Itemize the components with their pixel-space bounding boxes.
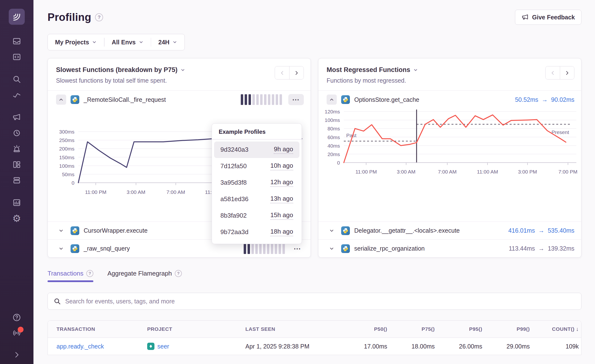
profile-bar[interactable] xyxy=(282,243,285,254)
profile-age-link[interactable]: 13h ago xyxy=(270,195,293,203)
profile-age-link[interactable]: 15h ago xyxy=(270,211,293,220)
profile-age-link[interactable]: 18h ago xyxy=(270,228,293,236)
sidebar-item-dashboards[interactable] xyxy=(12,160,21,169)
profile-id[interactable]: 7d12fa50 xyxy=(220,162,247,170)
environment-filter[interactable]: All Envs xyxy=(105,34,151,50)
sentry-logo[interactable] xyxy=(9,9,25,25)
profile-bar[interactable] xyxy=(241,94,243,105)
panel-title[interactable]: Slowest Functions (breakdown by P75) xyxy=(56,66,177,74)
profile-item[interactable]: 9b72aa3d18h ago xyxy=(214,224,299,240)
duration-after[interactable]: 90.02ms xyxy=(551,96,574,103)
duration-before[interactable]: 416.01ms xyxy=(508,227,535,234)
sidebar-item-replays[interactable] xyxy=(12,129,21,137)
expand-sidebar-button[interactable] xyxy=(12,350,21,359)
function-name[interactable]: _raw_snql_query xyxy=(84,245,130,252)
prev-page-button[interactable] xyxy=(546,66,560,79)
function-name[interactable]: serialize_rpc_organization xyxy=(354,245,425,252)
profile-bar[interactable] xyxy=(244,243,246,254)
tab-transactions[interactable]: Transactions ? xyxy=(48,270,93,282)
profile-bar[interactable] xyxy=(249,94,251,105)
tab-help-icon[interactable]: ? xyxy=(175,270,182,277)
next-page-button[interactable] xyxy=(289,66,304,79)
collapse-row-button[interactable] xyxy=(327,95,337,105)
profile-bar[interactable] xyxy=(272,94,274,105)
more-options-button[interactable]: ⋯ xyxy=(291,244,304,253)
profile-bar[interactable] xyxy=(252,94,255,105)
profile-bar[interactable] xyxy=(251,243,254,254)
duration-before[interactable]: 113.44ms xyxy=(509,245,535,252)
tab-aggregate-flamegraph[interactable]: Aggregate Flamegraph ? xyxy=(107,270,182,282)
transaction-link[interactable]: app.ready._check xyxy=(56,343,104,350)
expand-row-button[interactable] xyxy=(327,226,337,236)
more-options-button[interactable]: ⋯ xyxy=(288,94,304,105)
profile-id[interactable]: 8b3fa902 xyxy=(220,212,247,219)
sidebar-item-alerts[interactable] xyxy=(12,144,21,153)
date-range-filter[interactable]: 24H xyxy=(151,34,185,50)
profile-item[interactable]: 8b3fa90215h ago xyxy=(214,207,299,224)
profile-item[interactable]: 7d12fa5010h ago xyxy=(214,158,299,174)
profile-bar[interactable] xyxy=(245,94,247,105)
profile-bar[interactable] xyxy=(267,243,269,254)
column-header-last-seen[interactable]: LAST SEEN xyxy=(243,326,342,332)
project-filter[interactable]: My Projects xyxy=(48,34,104,50)
sidebar-item-feedback[interactable] xyxy=(12,113,21,122)
profile-id[interactable]: a581ed36 xyxy=(220,195,249,203)
profile-bar[interactable] xyxy=(264,94,266,105)
expand-row-button[interactable] xyxy=(327,244,337,254)
function-name[interactable]: Delegator.__getattr__.<locals>.execute xyxy=(354,227,460,234)
column-header-transaction[interactable]: TRANSACTION xyxy=(48,326,145,332)
sidebar-item-issues[interactable] xyxy=(12,37,21,46)
column-header-project[interactable]: PROJECT xyxy=(145,326,243,332)
profile-item[interactable]: 3a95d3f812h ago xyxy=(214,174,299,191)
project-link[interactable]: seer xyxy=(157,343,169,350)
profile-bar[interactable] xyxy=(279,243,281,254)
sidebar-item-performance[interactable] xyxy=(12,91,21,99)
expand-row-button[interactable] xyxy=(56,244,66,254)
whats-new-icon[interactable] xyxy=(12,329,21,337)
function-name[interactable]: OptionsStore.get_cache xyxy=(354,96,419,103)
sidebar-item-releases[interactable] xyxy=(12,176,21,185)
profile-bar[interactable] xyxy=(271,243,273,254)
profile-id[interactable]: 3a95d3f8 xyxy=(220,179,247,186)
regression-chart[interactable]: 020ms40ms60ms80ms100ms120msPastPresent11… xyxy=(318,109,581,206)
profile-bar[interactable] xyxy=(280,94,282,105)
expand-row-button[interactable] xyxy=(56,226,66,236)
profile-bar[interactable] xyxy=(263,243,265,254)
give-feedback-button[interactable]: Give Feedback xyxy=(515,10,581,25)
profile-bar[interactable] xyxy=(268,94,270,105)
panel-title[interactable]: Most Regressed Functions xyxy=(327,66,410,74)
page-help-icon[interactable]: ? xyxy=(95,13,103,21)
prev-page-button[interactable] xyxy=(275,66,289,79)
profile-item[interactable]: a581ed3613h ago xyxy=(214,191,299,207)
help-icon[interactable] xyxy=(12,313,21,322)
sidebar-item-stats[interactable] xyxy=(12,198,21,207)
column-header-p50[interactable]: P50() xyxy=(342,326,390,332)
profile-item[interactable]: 9d3240a39h ago xyxy=(214,142,299,158)
collapse-row-button[interactable] xyxy=(56,95,66,105)
profile-bar[interactable] xyxy=(259,243,262,254)
profile-bar[interactable] xyxy=(275,243,277,254)
profile-id[interactable]: 9d3240a3 xyxy=(220,146,249,153)
column-header-p99[interactable]: P99() xyxy=(485,326,532,332)
column-header-p75[interactable]: P75() xyxy=(390,326,437,332)
duration-after[interactable]: 139.32ms xyxy=(548,245,574,252)
profile-bar[interactable] xyxy=(255,243,258,254)
search-input[interactable] xyxy=(65,298,575,305)
function-name[interactable]: _RemoteSiloCall._fire_request xyxy=(84,96,166,103)
duration-after[interactable]: 535.40ms xyxy=(548,227,574,234)
profile-bar[interactable] xyxy=(260,94,263,105)
column-header-p95[interactable]: P95() xyxy=(437,326,485,332)
profile-id[interactable]: 9b72aa3d xyxy=(220,228,249,236)
tab-help-icon[interactable]: ? xyxy=(86,270,93,277)
profile-bar[interactable] xyxy=(276,94,278,105)
profile-age-link[interactable]: 10h ago xyxy=(270,162,293,170)
profile-bar[interactable] xyxy=(256,94,259,105)
profile-age-link[interactable]: 9h ago xyxy=(274,145,293,154)
duration-before[interactable]: 50.52ms xyxy=(515,96,538,103)
next-page-button[interactable] xyxy=(560,66,574,79)
sidebar-item-search[interactable] xyxy=(12,75,21,84)
column-header-count[interactable]: COUNT()↓ xyxy=(532,326,581,332)
profile-bar[interactable] xyxy=(248,243,250,254)
sidebar-item-explore[interactable] xyxy=(12,53,21,61)
table-row[interactable]: app.ready._check seer Apr 1, 2025 9:28:3… xyxy=(48,338,581,355)
